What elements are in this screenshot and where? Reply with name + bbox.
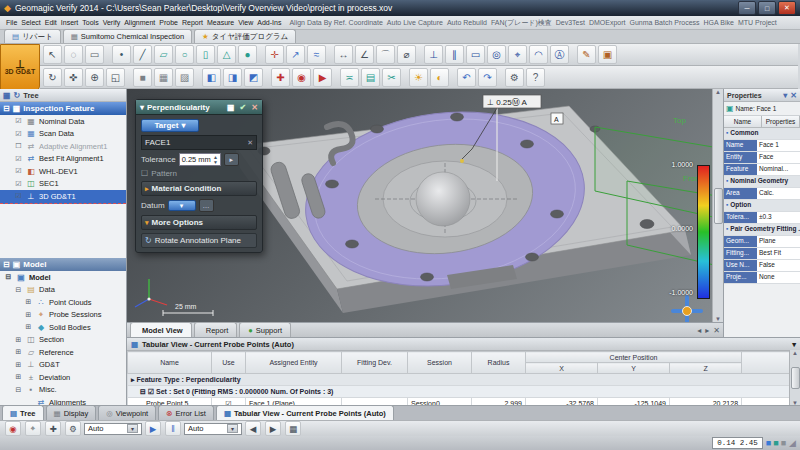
lasso-select-icon[interactable]: ◌ xyxy=(64,45,83,64)
datum-button[interactable]: ▾ xyxy=(168,200,196,211)
plugin-menu-item[interactable]: Auto Rebuild xyxy=(445,19,489,26)
expander-icon[interactable]: ⊞ xyxy=(14,361,23,369)
separator[interactable] xyxy=(106,46,110,63)
view-tab[interactable]: Model View xyxy=(130,322,192,337)
custom-tab[interactable]: ▤ リパート xyxy=(4,29,61,43)
tree-item[interactable]: ⊟ ▤ Data xyxy=(0,284,126,297)
calculator-icon[interactable]: ▦ xyxy=(227,103,235,112)
checkbox-icon[interactable]: ☑ xyxy=(14,180,23,188)
rectangle-select-icon[interactable]: ▭ xyxy=(85,45,104,64)
tree-item[interactable]: ☑ ⊥ 3D GD&T1 xyxy=(0,190,126,204)
live-capture-icon[interactable]: ▶ xyxy=(313,68,332,87)
property-row[interactable]: Entity Face xyxy=(724,152,800,164)
menu-item[interactable]: Select xyxy=(19,19,42,26)
probe-settings-icon[interactable]: ⚙ xyxy=(65,421,81,436)
tree-item[interactable]: ⊞ ⌖ Probe Sessions xyxy=(0,309,126,322)
tree-root-inspection-feature[interactable]: ⊟ ▦ Inspection Feature xyxy=(0,102,126,115)
zoom-fit-icon[interactable]: ◱ xyxy=(106,68,125,87)
monitor-icon[interactable]: ▦ xyxy=(3,91,11,100)
plugin-menu-item[interactable]: Gunma Batch Process xyxy=(628,19,702,26)
property-row[interactable]: Area Calc. xyxy=(724,188,800,200)
grid-icon[interactable]: ▦ xyxy=(285,421,301,436)
cone-icon[interactable]: △ xyxy=(217,45,236,64)
checkbox-icon[interactable]: ☑ xyxy=(14,167,23,175)
property-value[interactable]: False xyxy=(757,260,800,271)
accept-icon[interactable]: ✔ xyxy=(240,103,247,112)
plugin-menu-item[interactable]: Align Data By Ref. Coordinate xyxy=(287,19,384,26)
parallelism-icon[interactable]: ∥ xyxy=(445,45,464,64)
linear-dimension-icon[interactable]: ↔ xyxy=(334,45,353,64)
tree-item[interactable]: ⊞ ∴ Point Clouds xyxy=(0,296,126,309)
probe-mode-select[interactable]: Auto ▾ xyxy=(84,423,142,435)
dialog-header[interactable]: ▾ Perpendicularity ▦ ✔ ✕ xyxy=(136,100,262,115)
tree-item[interactable]: ☑ ▦ Scan Data xyxy=(0,128,126,141)
menu-item[interactable]: Verify xyxy=(101,19,123,26)
separator[interactable] xyxy=(259,46,263,63)
tree-item[interactable]: ⊟ ▪ Misc. xyxy=(0,384,126,397)
material-icon[interactable]: ◐ xyxy=(430,68,449,87)
tab-properties[interactable]: Properties xyxy=(762,116,800,127)
separator[interactable] xyxy=(571,46,575,63)
property-value[interactable]: Face xyxy=(757,152,800,163)
diameter-dimension-icon[interactable]: ⌀ xyxy=(397,45,416,64)
plugin-menu-item[interactable]: Dev3Test xyxy=(554,19,587,26)
expander-icon[interactable]: ⊟ xyxy=(14,286,23,294)
clip-icon[interactable]: ✂ xyxy=(382,68,401,87)
wireframe-view-icon[interactable]: ▦ xyxy=(154,68,173,87)
tree-item[interactable]: ⊞ ± Deviation xyxy=(0,371,126,384)
help-icon[interactable]: ? xyxy=(526,68,545,87)
separator[interactable] xyxy=(451,69,455,86)
separator[interactable] xyxy=(127,69,131,86)
col-assigned-entity[interactable]: Assigned Entity xyxy=(246,352,342,374)
cylinder-icon[interactable]: ▯ xyxy=(196,45,215,64)
feature-type-row[interactable]: ▸ Feature Type : Perpendicularity xyxy=(128,374,790,386)
cancel-icon[interactable]: ✕ xyxy=(251,103,258,112)
probe-add-icon[interactable]: ✚ xyxy=(45,421,61,436)
top-view-icon[interactable]: ◨ xyxy=(223,68,242,87)
layout-gray-icon[interactable]: ■ xyxy=(781,439,786,448)
menu-item[interactable]: Add-Ins xyxy=(255,19,283,26)
property-row[interactable]: Geom... Plane xyxy=(724,236,800,248)
vector-icon[interactable]: ↗ xyxy=(286,45,305,64)
col-z[interactable]: Z xyxy=(670,363,742,374)
light-icon[interactable]: ☀ xyxy=(409,68,428,87)
material-condition-section[interactable]: ▸ Material Condition xyxy=(141,181,257,196)
menu-item[interactable]: Insert xyxy=(59,19,81,26)
checkbox-icon[interactable]: ☐ xyxy=(14,142,23,150)
expander-icon[interactable]: ⊞ xyxy=(24,323,33,331)
resize-grip[interactable]: ◢ xyxy=(789,438,796,448)
gdt-mode-tab[interactable]: ⊥ 3D GD&T xyxy=(0,44,40,91)
zoom-icon[interactable]: ⊕ xyxy=(85,68,104,87)
property-value[interactable]: Plane xyxy=(757,236,800,247)
expander-icon[interactable]: ⊞ xyxy=(14,336,23,344)
property-row[interactable]: Pair Geometry Fitting ... xyxy=(724,224,800,236)
collapse-icon[interactable]: ▾ xyxy=(140,103,144,112)
flatness-icon[interactable]: ▭ xyxy=(466,45,485,64)
scroll-thumb[interactable] xyxy=(791,367,800,389)
property-value[interactable]: Nominal... xyxy=(757,164,800,175)
pause-icon[interactable]: ‖ xyxy=(165,421,181,436)
line-icon[interactable]: ╱ xyxy=(133,45,152,64)
scroll-up-icon[interactable]: ▲ xyxy=(715,89,721,95)
label-icon[interactable]: ▣ xyxy=(598,45,617,64)
checkbox-icon[interactable]: ☑ xyxy=(14,192,23,200)
plugin-menu-item[interactable]: DMOExport xyxy=(587,19,628,26)
pan-view-icon[interactable]: ✜ xyxy=(64,68,83,87)
custom-tab[interactable]: ★ タイヤ評価プログラム xyxy=(194,29,296,43)
property-row[interactable]: Common xyxy=(724,128,800,140)
prev-icon[interactable]: ◀ xyxy=(245,421,261,436)
plugin-menu-item[interactable]: MTU Project xyxy=(736,19,779,26)
viewport-scrollbar[interactable]: ▲▼ xyxy=(712,89,723,322)
target-button[interactable]: Target▾ xyxy=(141,119,199,132)
menu-item[interactable]: Report xyxy=(180,19,205,26)
remove-target-icon[interactable]: ✕ xyxy=(247,139,253,147)
col-radius[interactable]: Radius xyxy=(472,352,526,374)
settings-icon[interactable]: ⚙ xyxy=(505,68,524,87)
col-center-position[interactable]: Center Position xyxy=(526,352,742,363)
set-row[interactable]: ⊟ ☑ Set : Set 0 (Fitting RMS : 0.000000 … xyxy=(128,386,790,398)
close-icon[interactable]: ✕ xyxy=(713,326,720,335)
front-view-icon[interactable]: ◧ xyxy=(202,68,221,87)
property-row[interactable]: Use N... False xyxy=(724,260,800,272)
scroll-thumb[interactable] xyxy=(714,188,723,224)
col-name[interactable]: Name xyxy=(128,352,212,374)
